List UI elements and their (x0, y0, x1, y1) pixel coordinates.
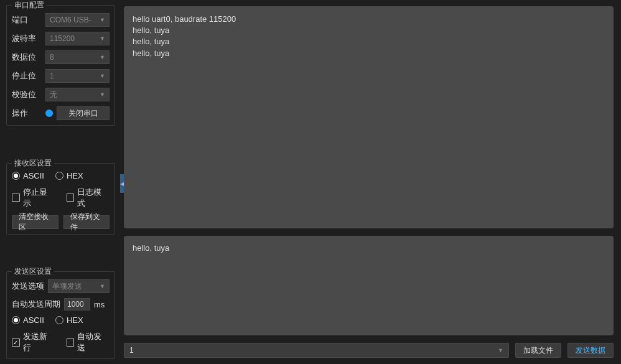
tx-hex-radio[interactable]: HEX (55, 315, 83, 325)
rx-hex-radio[interactable]: HEX (55, 171, 83, 180)
log-mode-checkbox[interactable]: 日志模式 (67, 187, 110, 209)
checkbox-icon (12, 194, 20, 202)
pause-display-checkbox[interactable]: 停止显示 (12, 187, 55, 209)
auto-period-input[interactable]: 1000 (64, 298, 90, 310)
sidebar-collapse-handle[interactable]: ◀ (120, 174, 124, 193)
connection-status-icon (45, 110, 53, 117)
load-file-button[interactable]: 加载文件 (515, 343, 561, 358)
parity-label: 校验位 (12, 89, 42, 100)
radio-icon (12, 316, 20, 324)
rx-ascii-radio[interactable]: ASCII (12, 171, 44, 180)
rx-config-title: 接收区设置 (12, 158, 54, 169)
tx-ascii-radio[interactable]: ASCII (12, 315, 44, 325)
caret-down-icon: ▼ (100, 73, 105, 79)
parity-select[interactable]: 无 ▼ (45, 88, 110, 101)
close-port-button[interactable]: 关闭串口 (57, 106, 110, 120)
stopbits-label: 停止位 (12, 70, 42, 82)
caret-down-icon: ▼ (100, 35, 105, 42)
rx-config-panel: 接收区设置 ASCII HEX 停止显示 日志模式 清空接收区 保存到文件 (6, 163, 115, 235)
serial-config-title: 串口配置 (12, 0, 47, 11)
baud-select[interactable]: 115200 ▼ (45, 32, 110, 45)
tx-config-panel: 发送区设置 发送选项 单项发送 ▼ 自动发送周期 1000 ms ASCII H… (6, 271, 115, 359)
send-textarea[interactable]: hello, tuya (124, 236, 614, 335)
save-file-button[interactable]: 保存到文件 (63, 215, 110, 229)
radio-icon (55, 316, 63, 324)
action-label: 操作 (12, 108, 42, 119)
caret-down-icon: ▼ (100, 17, 105, 23)
radio-icon (12, 172, 20, 180)
caret-down-icon: ▼ (498, 347, 503, 353)
stopbits-select[interactable]: 1 ▼ (45, 69, 110, 83)
radio-icon (55, 172, 63, 180)
checkbox-icon (67, 194, 75, 202)
send-option-select[interactable]: 单项发送 ▼ (48, 279, 110, 293)
checkbox-icon (67, 338, 75, 347)
caret-down-icon: ▼ (100, 54, 105, 60)
ms-unit: ms (94, 300, 105, 309)
caret-down-icon: ▼ (100, 283, 105, 289)
tx-config-title: 发送区设置 (12, 266, 54, 277)
clear-rx-button[interactable]: 清空接收区 (12, 215, 58, 229)
send-data-button[interactable]: 发送数据 (567, 343, 614, 358)
send-count-select[interactable]: 1 ▼ (124, 343, 509, 358)
send-option-label: 发送选项 (12, 281, 44, 292)
port-label: 端口 (12, 14, 42, 26)
auto-period-label: 自动发送周期 (12, 299, 60, 310)
checkbox-icon: ✓ (12, 338, 20, 347)
databits-select[interactable]: 8 ▼ (45, 50, 110, 64)
caret-down-icon: ▼ (100, 91, 105, 98)
auto-send-checkbox[interactable]: 自动发送 (67, 331, 110, 353)
port-select[interactable]: COM6 USB- ▼ (45, 13, 110, 27)
receive-textarea[interactable]: hello uart0, baudrate 115200 hello, tuya… (124, 6, 614, 228)
send-newline-checkbox[interactable]: ✓ 发送新行 (12, 331, 55, 353)
serial-config-panel: 串口配置 端口 COM6 USB- ▼ 波特率 115200 ▼ 数据位 8 ▼… (6, 5, 115, 126)
databits-label: 数据位 (12, 52, 42, 63)
baud-label: 波特率 (12, 33, 42, 44)
